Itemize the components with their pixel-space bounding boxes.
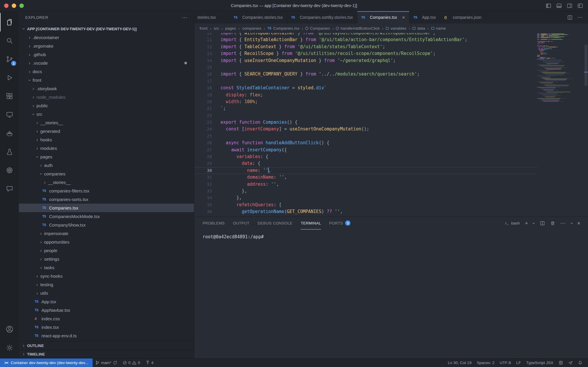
- panel-tab-problems[interactable]: PROBLEMS: [203, 217, 225, 229]
- maximize-panel-button[interactable]: ›: [569, 222, 574, 224]
- code-line-18[interactable]: 18const StyledTableContainer = styled.di…: [194, 85, 537, 91]
- folder-storybook[interactable]: ›.storybook: [19, 84, 194, 93]
- file-react-app-env-d-ts[interactable]: TSreact-app-env.d.ts: [19, 331, 194, 340]
- code-line-28[interactable]: 28 variables: {: [194, 153, 537, 160]
- folder-testing[interactable]: ›testing: [19, 280, 194, 289]
- breadcrumb-variables[interactable]: variables: [386, 26, 406, 31]
- activity-docker[interactable]: [0, 124, 19, 143]
- activity-accounts[interactable]: [0, 320, 19, 338]
- file-companies-tsx[interactable]: TSCompanies.tsx: [19, 204, 194, 212]
- folder-devcontainer[interactable]: ›.devcontainer: [19, 33, 194, 42]
- code-editor[interactable]: 10import { WithTopBarContainer } from '@…: [194, 33, 588, 217]
- toggle-primary-sidebar-icon[interactable]: [545, 3, 552, 9]
- close-tab-icon[interactable]: ×: [402, 15, 405, 20]
- folder-sync-hooks[interactable]: ›sync-hooks: [19, 272, 194, 280]
- activity-chat[interactable]: [0, 180, 19, 198]
- folder-tasks[interactable]: ›tasks: [19, 263, 194, 272]
- ports-indicator[interactable]: 4: [143, 358, 156, 367]
- editor-scrollbar[interactable]: [584, 33, 588, 217]
- kill-terminal-button[interactable]: [550, 221, 555, 226]
- tab-stories-tsx[interactable]: stories.tsx: [194, 11, 230, 24]
- activity-remote-explorer[interactable]: [0, 105, 19, 124]
- timeline-section-header[interactable]: › TIMELINE: [19, 350, 194, 358]
- customize-layout-icon[interactable]: [577, 3, 583, 9]
- terminal-dropdown-chevron-icon[interactable]: ›: [531, 222, 537, 224]
- activity-search[interactable]: [0, 31, 19, 50]
- code-line-25[interactable]: 25: [194, 133, 537, 140]
- folder-front[interactable]: ›front: [19, 76, 194, 84]
- tab-companies-sortby-stories-tsx[interactable]: TSCompanies.sortBy.stories.tsx: [287, 11, 357, 24]
- activity-source-control[interactable]: 1: [0, 50, 19, 68]
- activity-testing[interactable]: [0, 143, 19, 161]
- file-index-css[interactable]: #index.css: [19, 314, 194, 323]
- folder-public[interactable]: ›public: [19, 101, 194, 110]
- breadcrumb-companies[interactable]: Companies: [305, 26, 330, 31]
- activity-settings[interactable]: [0, 338, 19, 357]
- file-companies-filters-tsx[interactable]: TScompanies-filters.tsx: [19, 187, 194, 195]
- code-line-13[interactable]: 13import { RecoilScope } from '@/ui/util…: [194, 50, 537, 57]
- breadcrumb-handleaddbuttonclick[interactable]: handleAddButtonClick: [336, 26, 380, 31]
- code-line-10[interactable]: 10import { WithTopBarContainer } from '@…: [194, 33, 537, 36]
- close-window-button[interactable]: [4, 4, 9, 8]
- activity-kubernetes[interactable]: [0, 161, 19, 180]
- cursor-position-indicator[interactable]: Ln 30, Col 19: [445, 361, 474, 365]
- code-line-31[interactable]: 31 domainName: '',: [194, 174, 537, 181]
- code-line-23[interactable]: 23export function Companies() {: [194, 119, 537, 126]
- activity-run-debug[interactable]: [0, 68, 19, 87]
- code-line-29[interactable]: 29 data: {: [194, 160, 537, 167]
- remote-indicator[interactable]: >< Container dev-twenty-dev (dev-twenty-…: [0, 358, 93, 367]
- folder-stories[interactable]: ›__stories__: [19, 178, 194, 187]
- outline-section-header[interactable]: › OUTLINE: [19, 341, 194, 350]
- activity-extensions[interactable]: [0, 87, 19, 105]
- file-index-tsx[interactable]: TSindex.tsx: [19, 323, 194, 331]
- code-line-33[interactable]: 33 },: [194, 188, 537, 195]
- minimize-window-button[interactable]: [12, 4, 16, 8]
- layout-grid-indicator[interactable]: [556, 361, 566, 365]
- editor-more-actions-icon[interactable]: ⋯: [577, 14, 583, 21]
- terminal-shell-selector[interactable]: bash: [504, 221, 520, 226]
- explorer-more-actions-button[interactable]: ⋯: [182, 14, 188, 21]
- code-line-22[interactable]: 22: [194, 112, 537, 119]
- workspace-section-header[interactable]: › APP [CONTAINER DEV-TWENTY-DEV (DEV-TWE…: [19, 25, 194, 33]
- close-panel-button[interactable]: ×: [577, 220, 580, 227]
- folder-settings[interactable]: ›settings: [19, 255, 194, 263]
- folder-utils[interactable]: ›utils: [19, 289, 194, 297]
- code-line-20[interactable]: 20 width: 100%;: [194, 98, 537, 105]
- folder-pages[interactable]: ›pages: [19, 153, 194, 161]
- code-line-16[interactable]: 16import { SEARCH_COMPANY_QUERY } from '…: [194, 71, 537, 78]
- code-line-19[interactable]: 19 display: flex;: [194, 92, 537, 98]
- tab-companies-json[interactable]: {}companies.json: [440, 11, 486, 24]
- code-line-15[interactable]: 15: [194, 64, 537, 71]
- breadcrumb-companies-tsx[interactable]: TSCompanies.tsx: [268, 26, 299, 31]
- code-line-34[interactable]: 34 },: [194, 195, 537, 201]
- indentation-indicator[interactable]: Spaces: 2: [474, 361, 497, 365]
- zoom-window-button[interactable]: [19, 4, 24, 8]
- code-line-27[interactable]: 27 await insertCompany({: [194, 147, 537, 153]
- breadcrumb-name[interactable]: name: [431, 26, 446, 31]
- panel-more-actions-button[interactable]: ⋯: [560, 220, 566, 227]
- branch-indicator[interactable]: main*: [93, 358, 120, 367]
- split-editor-icon[interactable]: [567, 15, 573, 20]
- panel-tab-terminal[interactable]: TERMINAL: [301, 217, 321, 229]
- file-appnavbar-tsx[interactable]: TSAppNavbar.tsx: [19, 306, 194, 314]
- panel-tab-ports[interactable]: PORTS1: [329, 217, 351, 229]
- minimap[interactable]: [537, 33, 567, 102]
- code-line-30[interactable]: 30 name: '',: [194, 167, 537, 174]
- scrollbar-thumb[interactable]: [584, 45, 587, 86]
- breadcrumb-src[interactable]: src: [214, 26, 219, 31]
- folder-node-modules[interactable]: ›node_modules: [19, 93, 194, 101]
- folder-modules[interactable]: ›modules: [19, 144, 194, 153]
- new-terminal-button[interactable]: +: [525, 220, 528, 226]
- folder-stories[interactable]: ›__stories__: [19, 118, 194, 127]
- folder-opportunities[interactable]: ›opportunities: [19, 238, 194, 246]
- folder-vscode[interactable]: ›.vscode: [19, 59, 194, 67]
- activity-explorer[interactable]: [0, 13, 19, 31]
- breadcrumb-companies[interactable]: companies: [242, 26, 261, 31]
- tab-companies-tsx[interactable]: TSCompanies.tsx×: [357, 11, 410, 24]
- folder-docs[interactable]: ›docs: [19, 67, 194, 76]
- code-line-17[interactable]: 17: [194, 78, 537, 85]
- folder-companies[interactable]: ›companies: [19, 170, 194, 178]
- code-line-26[interactable]: 26 async function handleAddButtonClick()…: [194, 140, 537, 146]
- feedback-indicator[interactable]: [566, 361, 575, 365]
- file-app-tsx[interactable]: TSApp.tsx: [19, 297, 194, 306]
